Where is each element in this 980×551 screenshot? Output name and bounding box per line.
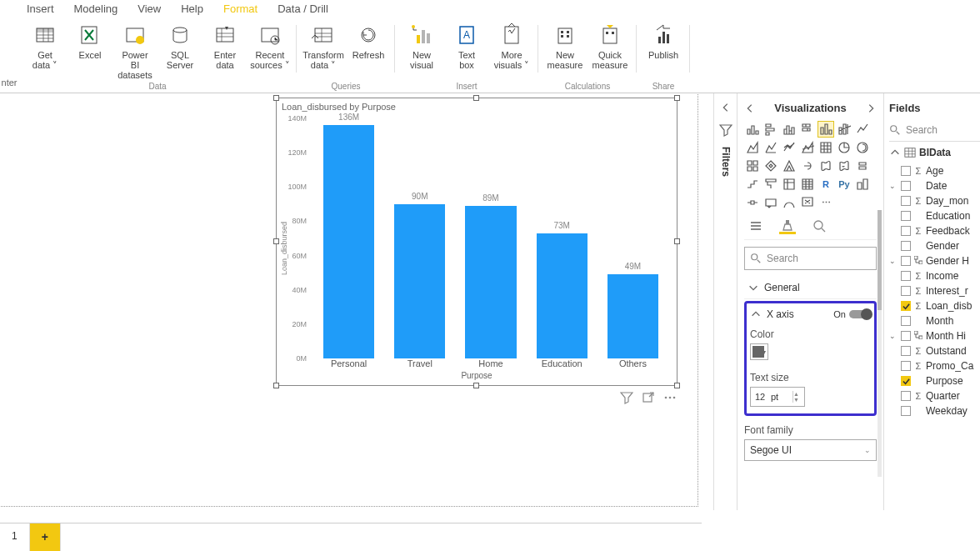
ribbon-btn-excel[interactable]: Excel — [68, 20, 112, 82]
field-date[interactable]: ⌄Date — [889, 178, 980, 193]
ribbon-btn-new-measure[interactable]: Newmeasure — [543, 20, 587, 72]
bar-travel[interactable]: 90M — [394, 204, 445, 358]
viz-type-22[interactable] — [762, 176, 779, 193]
viz-type-2[interactable] — [781, 121, 798, 138]
field-checkbox[interactable] — [901, 406, 911, 416]
viz-type-30[interactable] — [781, 194, 798, 211]
field-interest-r[interactable]: ΣInterest_r — [889, 283, 980, 298]
field-checkbox[interactable] — [901, 316, 911, 326]
viz-type-4[interactable] — [818, 121, 834, 138]
viz-type-26[interactable]: Py — [836, 176, 852, 193]
resize-handle-n[interactable] — [473, 95, 479, 101]
viz-type-18[interactable] — [818, 158, 834, 174]
expand-icon[interactable]: ⌄ — [889, 257, 898, 265]
field-checkbox[interactable] — [901, 301, 911, 311]
field-checkbox[interactable] — [901, 181, 911, 191]
viz-type-29[interactable] — [762, 194, 779, 211]
ribbon-btn-text-box[interactable]: ATextbox — [445, 20, 488, 72]
viz-type-5[interactable] — [836, 121, 852, 138]
menu-tab-insert[interactable]: Insert — [17, 1, 64, 17]
field-checkbox[interactable] — [901, 196, 911, 206]
viz-type-25[interactable]: R — [818, 176, 834, 193]
field-checkbox[interactable] — [901, 331, 911, 341]
ribbon-btn-refresh[interactable]: Refresh — [347, 20, 390, 72]
focus-mode-icon[interactable] — [642, 391, 655, 407]
ribbon-btn-quick-measure[interactable]: Quickmeasure — [588, 20, 632, 72]
viz-type-23[interactable] — [781, 176, 798, 193]
collapse-chevron-icon[interactable] — [720, 102, 732, 113]
viz-type-8[interactable] — [762, 139, 779, 156]
field-checkbox[interactable] — [901, 241, 911, 251]
viz-type-3[interactable] — [799, 121, 816, 138]
textsize-input[interactable]: 12 pt ▲▼ — [750, 387, 805, 407]
viz-type-9[interactable] — [781, 139, 798, 156]
page-tab-1[interactable]: 1 — [0, 523, 30, 551]
menu-tab-data-drill[interactable]: Data / Drill — [268, 1, 338, 17]
table-header[interactable]: BIData — [889, 142, 980, 163]
add-page-button[interactable]: + — [30, 523, 61, 551]
field-age[interactable]: ΣAge — [889, 163, 980, 178]
field-checkbox[interactable] — [901, 346, 911, 356]
field-checkbox[interactable] — [901, 211, 911, 221]
more-options-icon[interactable] — [663, 391, 677, 407]
ribbon-btn-more-visuals-[interactable]: Morevisuals ˅ — [490, 20, 533, 72]
viz-type-15[interactable] — [762, 158, 779, 174]
fontfamily-select[interactable]: Segoe UI ⌄ — [744, 439, 877, 461]
xaxis-toggle[interactable]: On — [833, 309, 871, 319]
viz-type-28[interactable] — [744, 194, 761, 211]
resize-handle-sw[interactable] — [273, 383, 279, 388]
menu-tab-format[interactable]: Format — [213, 1, 268, 17]
spinner[interactable]: ▲▼ — [792, 391, 804, 403]
chart-visual[interactable]: Loan_disbursed by Purpose Loan_disbursed… — [277, 98, 677, 385]
field-gender-h[interactable]: ⌄Gender H — [889, 253, 980, 268]
ribbon-btn-publish[interactable]: Publish — [642, 20, 685, 62]
field-checkbox[interactable] — [901, 271, 911, 281]
menu-tab-help[interactable]: Help — [171, 1, 213, 17]
field-checkbox[interactable] — [901, 166, 911, 176]
viz-type-17[interactable] — [799, 158, 816, 174]
field-checkbox[interactable] — [901, 361, 911, 371]
format-section-xaxis[interactable]: X axis On — [750, 308, 871, 320]
field-month[interactable]: Month — [889, 313, 980, 328]
viz-type-11[interactable] — [818, 139, 834, 156]
bar-home[interactable]: 89M — [465, 206, 516, 358]
bar-personal[interactable]: 136M — [323, 125, 374, 358]
field-loan-disb[interactable]: ΣLoan_disb — [889, 298, 980, 313]
viz-type-6[interactable] — [854, 121, 871, 138]
viz-type-31[interactable] — [799, 194, 816, 211]
viz-type-7[interactable] — [744, 139, 761, 156]
expand-chevron-icon[interactable] — [865, 103, 877, 114]
viz-type-13[interactable] — [854, 139, 871, 156]
color-picker[interactable]: ▾ — [750, 343, 768, 360]
viz-type-24[interactable] — [799, 176, 816, 193]
viz-type-12[interactable] — [836, 139, 852, 156]
ribbon-btn-new-visual[interactable]: Newvisual — [400, 20, 443, 72]
field-checkbox[interactable] — [901, 391, 911, 401]
field-income[interactable]: ΣIncome — [889, 268, 980, 283]
expand-icon[interactable]: ⌄ — [889, 332, 898, 340]
viz-type-10[interactable] — [799, 139, 816, 156]
viz-type-16[interactable] — [781, 158, 798, 174]
field-promo-ca[interactable]: ΣPromo_Ca — [889, 358, 980, 373]
menu-tab-modeling[interactable]: Modeling — [64, 1, 128, 17]
ribbon-btn-power-bi-datasets[interactable]: PowerBI datasets — [113, 20, 157, 82]
field-education[interactable]: Education — [889, 208, 980, 223]
bar-others[interactable]: 49M — [608, 274, 658, 358]
field-month-hi[interactable]: ⌄Month Hi — [889, 328, 980, 343]
viz-type-32[interactable]: ⋯ — [818, 194, 834, 211]
fields-tab-icon[interactable] — [748, 218, 764, 234]
ribbon-btn-recent-sources-[interactable]: Recentsources ˅ — [248, 20, 292, 82]
resize-handle-e[interactable] — [674, 238, 680, 244]
ribbon-btn-transform-data-[interactable]: Transformdata ˅ — [302, 20, 345, 72]
report-canvas[interactable]: Loan_disbursed by Purpose Loan_disbursed… — [0, 93, 713, 510]
field-purpose[interactable]: Purpose — [889, 373, 980, 388]
field-outstand[interactable]: ΣOutstand — [889, 343, 980, 358]
ribbon-btn-get-data-[interactable]: Getdata ˅ — [23, 20, 67, 82]
field-feedback[interactable]: ΣFeedback — [889, 223, 980, 238]
format-section-general[interactable]: General — [744, 277, 877, 299]
ribbon-btn-enter-data[interactable]: Enterdata — [203, 20, 247, 82]
viz-type-21[interactable] — [744, 176, 761, 193]
scrollbar-thumb[interactable] — [878, 210, 882, 310]
ribbon-btn-sql-server[interactable]: SQLServer — [158, 20, 202, 82]
field-checkbox[interactable] — [901, 256, 911, 266]
